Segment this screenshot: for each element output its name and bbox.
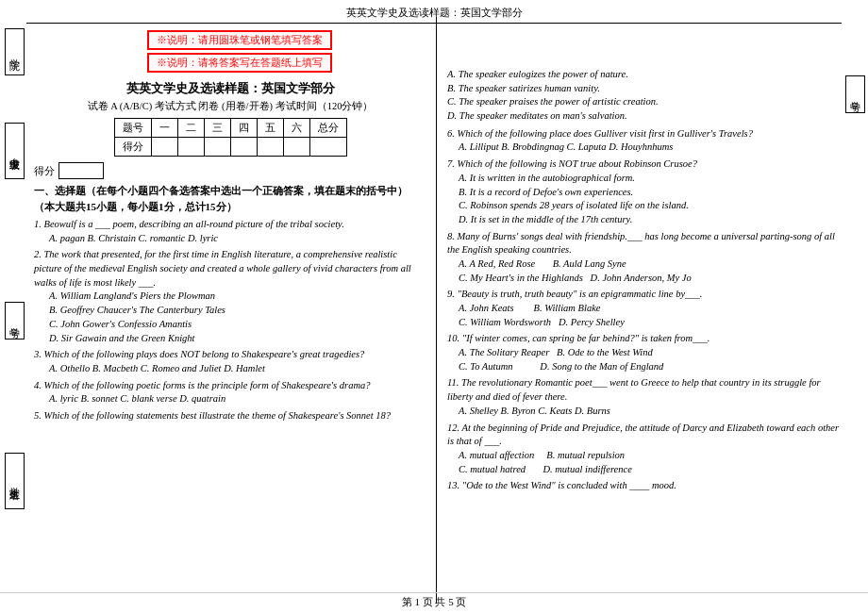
question-12: 12. At the beginning of Pride and Prejud… (447, 422, 845, 477)
q11-text: 11. The revolutionary Romantic poet___ w… (447, 377, 821, 402)
question-2: 2. The work that presented, for the firs… (34, 248, 426, 345)
major-class-label: 专业班级 (5, 123, 25, 179)
q5-text: 5. Which of the following statements bes… (34, 410, 391, 421)
q4-options: A. lyric B. sonnet C. blank verse D. qua… (49, 393, 225, 404)
question-9: 9. "Beauty is truth, truth beauty" is an… (447, 288, 845, 329)
question-4: 4. Which of the following poetic forms i… (34, 379, 426, 406)
table-header-5: 五 (257, 119, 283, 138)
table-header-4: 四 (230, 119, 257, 138)
question-1: 1. Beowulf is a ___ poem, describing an … (34, 218, 426, 245)
question-5: 5. Which of the following statements bes… (34, 409, 426, 423)
q5-opt-b: B. The speaker satirizes human vanity. (447, 82, 845, 96)
q4-text: 4. Which of the following poetic forms i… (34, 380, 371, 390)
score-cell-1 (151, 138, 177, 157)
q12-opts1: A. mutual affection B. mutual repulsion (459, 449, 845, 463)
notice-2: ※说明：请将答案写在答题纸上填写 (147, 53, 332, 73)
score-cell-5 (257, 138, 283, 157)
score-input-box[interactable] (58, 162, 104, 179)
q13-text: 13. "Ode to the West Wind" is concluded … (447, 480, 676, 490)
q2-opt-a: A. William Langland's Piers the Plowman (49, 290, 426, 304)
q1-options: A. pagan B. Christain C. romantic D. lyr… (49, 233, 218, 243)
notice-1: ※说明：请用圆珠笔或钢笔填写答案 (147, 30, 332, 50)
score-row-label: 得分 (114, 138, 151, 157)
q7-opt-d: D. It is set in the middle of the 17th c… (459, 213, 845, 227)
q8-opts2: C. My Heart's in the Highlands D. John A… (459, 272, 845, 286)
student-id-label: 学号 (5, 302, 25, 340)
column-divider (436, 17, 437, 604)
student-name-label: 学生姓名 (5, 453, 25, 509)
score-input-row: 得分 (34, 162, 426, 179)
q7-opt-b: B. It is a record of Defoe's own experie… (459, 186, 845, 200)
q9-opts2: C. William Wordsworth D. Percy Shelley (459, 316, 845, 330)
q12-opts2: C. mutual hatred D. mutual indifference (459, 463, 845, 477)
notice-area: ※说明：请用圆珠笔或钢笔填写答案 ※说明：请将答案写在答题纸上填写 (62, 30, 417, 73)
question-11: 11. The revolutionary Romantic poet___ w… (447, 376, 845, 418)
q7-text: 7. Which of the following is NOT true ab… (447, 158, 697, 169)
score-cell-2 (177, 138, 204, 157)
table-header-7: 总分 (309, 119, 346, 138)
q11-options: A. Shelley B. Byron C. Keats D. Burns (459, 406, 610, 416)
q10-opts2: C. To Autumn D. Song to the Man of Engla… (459, 360, 845, 374)
exam-title: 英英文学史及选读样题：英国文学部分 (34, 80, 426, 97)
score-cell-4 (230, 138, 257, 157)
q5-opt-d: D. The speaker meditates on man's salvat… (447, 109, 845, 124)
table-header-0: 题号 (114, 119, 151, 138)
q8-opts: A. A Red, Red Rose B. Auld Lang Syne (459, 257, 845, 272)
score-label: 得分 (34, 164, 55, 178)
question-8: 8. Many of Burns' songs deal with friend… (447, 230, 845, 286)
q7-opt-a: A. It is written in the autobiographical… (459, 172, 845, 186)
q2-opt-d: D. Sir Gawain and the Green Knight (49, 332, 426, 346)
score-cell-3 (204, 138, 230, 157)
page-footer: 第 1 页 共 5 页 (0, 592, 868, 609)
question-3: 3. Which of the following plays does NOT… (34, 348, 426, 375)
q10-opts1: A. The Solitary Reaper B. Ode to the Wes… (459, 346, 845, 360)
q6-options: A. Lilliput B. Brobdingnag C. Laputa D. … (459, 141, 673, 152)
q2-opt-c: C. John Gower's Confessio Amantis (49, 318, 426, 332)
header-title: 英英文学史及选读样题：英国文学部分 (346, 7, 523, 18)
table-header-1: 一 (151, 119, 177, 138)
q2-opt-b: B. Geoffrey Chaucer's The Canterbury Tal… (49, 304, 426, 318)
exam-info: 试卷 A (A/B/C) 考试方式 闭卷 (用卷/开卷) 考试时间（120分钟） (34, 100, 426, 113)
score-cell-total (309, 138, 346, 157)
q8-text: 8. Many of Burns' songs deal with friend… (447, 231, 835, 256)
q9-opts1: A. John Keats B. William Blake (459, 302, 845, 316)
q10-text: 10. "If winter comes, can spring be far … (447, 333, 710, 343)
q3-options: A. Othello B. Macbeth C. Romeo and Julie… (49, 363, 265, 373)
school-label: 学院 (5, 28, 25, 75)
section1-title: 一、选择题（在每个小题四个备选答案中选出一个正确答案，填在题末的括号中）（本大题… (34, 183, 426, 214)
score-cell-6 (283, 138, 309, 157)
question-10: 10. "If winter comes, can spring be far … (447, 332, 845, 373)
q12-text: 12. At the beginning of Pride and Prejud… (447, 422, 839, 447)
q5-opt-c: C. The speaker praises the power of arti… (447, 95, 845, 109)
table-header-6: 六 (283, 119, 309, 138)
table-header-2: 二 (177, 119, 204, 138)
q5-options-right: A. The speaker eulogizes the power of na… (447, 68, 845, 124)
table-header-3: 三 (204, 119, 230, 138)
question-7: 7. Which of the following is NOT true ab… (447, 157, 845, 226)
score-table: 题号 一 二 三 四 五 六 总分 得分 (114, 118, 347, 157)
q5-opt-a: A. The speaker eulogizes the power of na… (447, 68, 845, 82)
q3-text: 3. Which of the following plays does NOT… (34, 349, 364, 359)
q9-text: 9. "Beauty is truth, truth beauty" is an… (447, 289, 702, 299)
question-13: 13. "Ode to the West Wind" is concluded … (447, 479, 845, 493)
question-6: 6. Which of the following place does Gul… (447, 127, 845, 155)
page-info: 第 1 页 共 5 页 (402, 596, 467, 607)
q2-text: 2. The work that presented, for the firs… (34, 249, 411, 287)
q7-opt-c: C. Robinson spends 28 years of isolated … (459, 199, 845, 213)
q6-text: 6. Which of the following place does Gul… (447, 128, 753, 139)
q1-text: 1. Beowulf is a ___ poem, describing an … (34, 219, 344, 229)
